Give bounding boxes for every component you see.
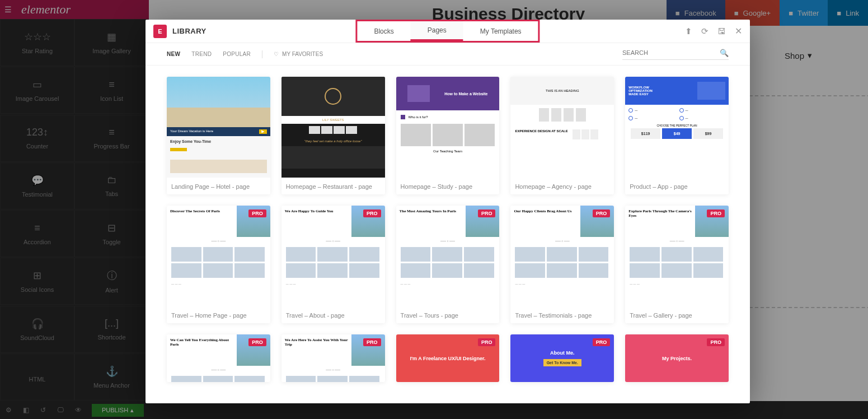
pro-badge: PRO	[593, 338, 611, 346]
pro-badge: PRO	[363, 210, 381, 217]
modal-header: E LIBRARY BlocksPagesMy Templates ⬆ ⟳ 🖫 …	[146, 20, 750, 43]
pro-badge: PRO	[248, 210, 266, 217]
pro-badge: PRO	[248, 338, 266, 346]
pro-badge: PRO	[363, 338, 381, 346]
template-card[interactable]: The Most Amazing Tours In Paris —— ○ —— …	[396, 206, 500, 323]
template-thumbnail: We Can Tell You Everything About Paris —…	[167, 334, 270, 382]
template-thumbnail: Discover The Secrets Of Paris —— ○ —— — …	[167, 206, 270, 306]
modal-title: LIBRARY	[172, 27, 207, 35]
template-title: Homepage – Study - page	[396, 178, 500, 194]
import-icon[interactable]: ⬆	[685, 26, 692, 36]
template-thumbnail: We Are Here To Assist You With Your Trip…	[281, 334, 385, 382]
library-tabs: BlocksPagesMy Templates	[355, 20, 539, 43]
template-thumbnail: How to Make a Website Who is it for? Our…	[396, 77, 500, 178]
search-icon: 🔍	[720, 49, 729, 57]
tab-my-templates[interactable]: My Templates	[463, 21, 538, 41]
template-thumbnail: THIS IS AN HEADING EXPERIENCE DESIGN AT …	[510, 77, 614, 178]
template-title: Homepage – Restaurant - page	[281, 178, 385, 194]
template-title: Travel – Tours - page	[396, 306, 500, 323]
close-icon[interactable]: ✕	[735, 26, 742, 36]
templates-grid: Your Dream Vacation is Here⯈ Enjoy Some …	[167, 77, 729, 382]
filter-popular[interactable]: POPULAR	[223, 51, 251, 57]
filter-trend[interactable]: TREND	[191, 51, 212, 57]
template-card[interactable]: We Are Here To Assist You With Your Trip…	[281, 334, 385, 382]
template-title: Travel – About - page	[281, 306, 385, 323]
template-title: Travel – Home Page - page	[167, 306, 270, 323]
tab-pages[interactable]: Pages	[411, 21, 463, 41]
pro-badge: PRO	[593, 210, 611, 217]
template-thumbnail: I'm A Freelance UX/UI Designer. PRO	[396, 334, 500, 382]
save-icon[interactable]: 🖫	[717, 26, 726, 36]
template-thumbnail: The Most Amazing Tours In Paris —— ○ —— …	[396, 206, 500, 306]
template-thumbnail: LILY SWEETS "they feel set make a holy o…	[281, 77, 385, 178]
template-card[interactable]: We Are Happy To Guide You —— ○ —— — — — …	[281, 206, 385, 323]
template-thumbnail: Your Dream Vacation is Here⯈ Enjoy Some …	[167, 77, 270, 178]
separator	[262, 50, 262, 58]
template-card[interactable]: Explore Paris Through The Camera's Eyes …	[625, 206, 729, 323]
template-card[interactable]: LILY SWEETS "they feel set make a holy o…	[281, 77, 385, 194]
template-thumbnail: About Me. Get To Know Me. PRO	[510, 334, 614, 382]
template-thumbnail: WORKFLOW OPTIMIZATION MADE EASY —— —— CH…	[625, 77, 729, 178]
template-title: Landing Page – Hotel - page	[167, 178, 270, 194]
tab-blocks[interactable]: Blocks	[357, 21, 410, 41]
modal-toolbar: NEWTRENDPOPULAR ♡ MY FAVORITES 🔍	[146, 43, 750, 66]
template-title: Homepage – Agency - page	[510, 178, 614, 194]
template-thumbnail: Our Happy Clients Brag About Us —— ○ —— …	[510, 206, 614, 306]
template-card[interactable]: How to Make a Website Who is it for? Our…	[396, 77, 500, 194]
template-card[interactable]: Your Dream Vacation is Here⯈ Enjoy Some …	[167, 77, 270, 194]
pro-badge: PRO	[478, 210, 496, 217]
refresh-icon[interactable]: ⟳	[701, 26, 709, 36]
template-card[interactable]: We Can Tell You Everything About Paris —…	[167, 334, 270, 382]
template-card[interactable]: My Projects. PRO	[625, 334, 729, 382]
template-card[interactable]: WORKFLOW OPTIMIZATION MADE EASY —— —— CH…	[625, 77, 729, 194]
pro-badge: PRO	[707, 338, 725, 346]
heart-icon: ♡	[274, 51, 279, 57]
search-input[interactable]	[622, 49, 720, 56]
template-thumbnail: We Are Happy To Guide You —— ○ —— — — — …	[281, 206, 385, 306]
elementor-icon: E	[153, 25, 167, 38]
template-card[interactable]: Our Happy Clients Brag About Us —— ○ —— …	[510, 206, 614, 323]
template-title: Travel – Gallery - page	[625, 306, 729, 323]
filter-new[interactable]: NEW	[167, 51, 180, 57]
template-thumbnail: My Projects. PRO	[625, 334, 729, 382]
search-box[interactable]: 🔍	[622, 49, 729, 60]
template-card[interactable]: THIS IS AN HEADING EXPERIENCE DESIGN AT …	[510, 77, 614, 194]
template-card[interactable]: Discover The Secrets Of Paris —— ○ —— — …	[167, 206, 270, 323]
pro-badge: PRO	[707, 210, 725, 217]
template-card[interactable]: I'm A Freelance UX/UI Designer. PRO	[396, 334, 500, 382]
template-card[interactable]: About Me. Get To Know Me. PRO	[510, 334, 614, 382]
template-title: Product – App - page	[625, 178, 729, 194]
my-favorites-button[interactable]: ♡ MY FAVORITES	[274, 51, 323, 57]
pro-badge: PRO	[478, 338, 496, 346]
template-thumbnail: Explore Paris Through The Camera's Eyes …	[625, 206, 729, 306]
templates-scroll[interactable]: Your Dream Vacation is Here⯈ Enjoy Some …	[146, 66, 750, 403]
library-modal: E LIBRARY BlocksPagesMy Templates ⬆ ⟳ 🖫 …	[146, 20, 750, 403]
template-title: Travel – Testimonials - page	[510, 306, 614, 323]
